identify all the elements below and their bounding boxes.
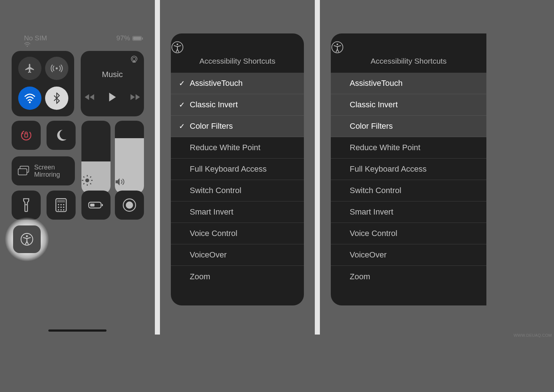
svg-line-14 — [83, 183, 84, 184]
svg-point-22 — [60, 204, 62, 205]
svg-point-18 — [25, 204, 27, 205]
svg-point-5 — [20, 129, 33, 142]
music-title: Music — [81, 70, 144, 79]
media-controls — [81, 92, 144, 102]
svg-rect-20 — [57, 200, 65, 203]
low-power-mode-button[interactable] — [81, 191, 111, 220]
accessibility-shortcuts-sheet: Accessibility Shortcuts ✓AssistiveTouch … — [171, 33, 304, 305]
sheet-title: Accessibility Shortcuts — [171, 57, 304, 65]
airplane-mode-toggle[interactable] — [18, 57, 41, 80]
battery-pct: 97% — [116, 34, 130, 42]
svg-rect-31 — [102, 204, 103, 206]
brightness-icon — [81, 175, 111, 186]
airplay-icon[interactable] — [129, 55, 139, 63]
svg-point-27 — [58, 209, 59, 211]
accessibility-shortcut-button[interactable] — [13, 225, 41, 253]
svg-point-1 — [56, 67, 58, 69]
svg-point-34 — [126, 201, 133, 209]
sim-status: No SIM — [24, 34, 49, 47]
svg-point-0 — [27, 45, 28, 47]
svg-point-7 — [85, 179, 89, 183]
do-not-disturb-button[interactable] — [47, 121, 76, 150]
svg-point-25 — [60, 207, 62, 208]
rotation-lock-button[interactable] — [12, 121, 41, 150]
accessibility-sheet-unchecked-screenshot: Accessibility Shortcuts AssistiveTouch C… — [320, 0, 475, 335]
accessibility-icon — [171, 41, 304, 54]
list-item[interactable]: ✓Color Filters — [171, 116, 304, 137]
volume-icon — [115, 177, 144, 186]
checkmark-icon: ✓ — [177, 100, 186, 109]
accessibility-shortcut-highlight — [5, 217, 49, 261]
sheet-title: Accessibility Shortcuts — [331, 57, 486, 65]
list-item[interactable]: Zoom — [331, 266, 486, 287]
wifi-toggle[interactable] — [18, 87, 41, 110]
control-center-screenshot: No SIM 97% Music — [0, 0, 155, 335]
connectivity-module[interactable] — [12, 51, 74, 116]
battery-status: 97% — [116, 34, 142, 42]
svg-line-12 — [83, 176, 84, 177]
screen-mirroring-icon — [17, 166, 30, 176]
list-item[interactable]: ✓AssistiveTouch — [171, 73, 304, 94]
svg-point-28 — [60, 209, 62, 211]
play-button[interactable] — [108, 92, 117, 102]
list-item[interactable]: Full Keyboard Access — [331, 159, 486, 180]
list-item[interactable]: Full Keyboard Access — [171, 159, 304, 180]
list-item[interactable]: Classic Invert — [331, 94, 486, 116]
list-item[interactable]: Voice Control — [171, 223, 304, 244]
svg-point-21 — [58, 204, 59, 205]
list-item[interactable]: Voice Control — [331, 223, 486, 244]
list-item[interactable]: Smart Invert — [171, 201, 304, 223]
svg-rect-6 — [25, 134, 28, 137]
checkmark-icon: ✓ — [177, 79, 186, 88]
sim-text: No SIM — [24, 34, 47, 42]
next-track-button[interactable] — [130, 93, 140, 101]
svg-rect-32 — [90, 204, 95, 207]
svg-point-23 — [63, 204, 64, 205]
screen-mirroring-button[interactable]: Screen Mirroring — [12, 156, 75, 185]
cellular-data-toggle[interactable] — [45, 57, 68, 80]
svg-point-40 — [337, 44, 338, 45]
screen-mirroring-label: Screen Mirroring — [34, 164, 60, 178]
flashlight-button[interactable] — [12, 191, 41, 220]
svg-point-4 — [133, 57, 136, 61]
list-item[interactable]: ✓Classic Invert — [171, 94, 304, 116]
checkmark-icon: ✓ — [177, 122, 186, 131]
svg-point-38 — [177, 44, 178, 45]
prev-track-button[interactable] — [85, 93, 95, 101]
shortcuts-list: AssistiveTouch Classic Invert Color Filt… — [331, 73, 486, 287]
svg-point-29 — [63, 209, 64, 211]
list-item[interactable]: Switch Control — [171, 180, 304, 201]
list-item[interactable]: VoiceOver — [171, 244, 304, 266]
home-indicator[interactable] — [48, 329, 107, 332]
list-item[interactable]: Zoom — [171, 266, 304, 287]
list-item[interactable]: AssistiveTouch — [331, 73, 486, 94]
list-item[interactable]: Smart Invert — [331, 201, 486, 223]
svg-point-26 — [63, 207, 64, 208]
accessibility-sheet-checked-screenshot: Accessibility Shortcuts ✓AssistiveTouch … — [160, 0, 315, 335]
brightness-slider[interactable] — [81, 121, 111, 193]
wifi-status-icon — [24, 42, 49, 47]
calculator-button[interactable] — [47, 191, 76, 220]
svg-point-24 — [58, 207, 59, 208]
list-item[interactable]: Reduce White Point — [331, 137, 486, 159]
screenshot-divider — [155, 0, 160, 335]
watermark: WWW.DEUAQ.COM — [514, 333, 552, 337]
music-module[interactable]: Music — [81, 51, 144, 116]
list-item[interactable]: Reduce White Point — [171, 137, 304, 159]
svg-line-13 — [90, 183, 91, 184]
list-item[interactable]: VoiceOver — [331, 244, 486, 266]
bluetooth-toggle[interactable] — [45, 87, 68, 110]
screen-record-button[interactable] — [115, 191, 144, 220]
volume-slider[interactable] — [115, 121, 144, 193]
list-item[interactable]: Switch Control — [331, 180, 486, 201]
svg-point-36 — [26, 235, 28, 237]
svg-point-2 — [29, 101, 31, 103]
list-item[interactable]: Color Filters — [331, 116, 486, 137]
status-bar: No SIM 97% — [0, 34, 155, 44]
accessibility-shortcuts-sheet: Accessibility Shortcuts AssistiveTouch C… — [331, 33, 486, 305]
shortcuts-list: ✓AssistiveTouch ✓Classic Invert ✓Color F… — [171, 73, 304, 287]
svg-line-15 — [90, 176, 91, 177]
screenshot-divider — [315, 0, 320, 335]
svg-rect-17 — [18, 169, 27, 175]
battery-icon — [132, 36, 142, 41]
